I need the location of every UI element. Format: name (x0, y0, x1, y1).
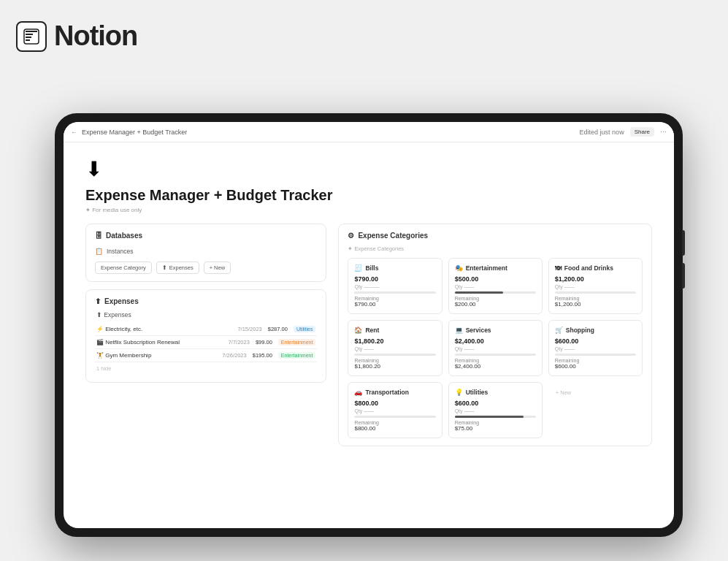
new-db-button[interactable]: + New (204, 262, 231, 274)
entertainment-progress (455, 291, 536, 294)
shopping-remaining-val: $600.00 (555, 363, 636, 370)
expense-row: 🎬 Netflix Subscription Renewal 7/7/2023 … (95, 336, 317, 349)
expenses-subheader: ⬆ Expenses (95, 311, 317, 318)
more-icon[interactable]: ⋯ (660, 129, 667, 136)
categories-grid: 🧾 Bills $790.00 Qty ——— Remaining $790.0… (348, 258, 643, 438)
category-card-food: 🍽 Food and Drinks $1,200.00 Qty —— Remai… (548, 258, 643, 314)
notion-topbar: ← Expense Manager + Budget Tracker Edite… (64, 122, 674, 142)
topbar-right: Edited just now Share ⋯ (580, 127, 667, 137)
topbar-edited: Edited just now (580, 129, 624, 136)
food-progress (555, 291, 636, 294)
utilities-amount: $600.00 (455, 400, 536, 407)
entertainment-amount: $500.00 (455, 275, 536, 283)
category-card-shopping: 🛒 Shopping $600.00 Qty —— Remaining $600… (548, 320, 643, 376)
bills-progress (354, 291, 435, 294)
bills-qty-label: Qty ——— (354, 284, 435, 289)
db-buttons-row: Expense Category ⬆ Expenses + New (95, 262, 317, 274)
page-content: ⬇ Expense Manager + Budget Tracker ✦ For… (64, 142, 674, 528)
bills-amount: $790.00 (354, 275, 435, 283)
bills-remaining-val: $790.00 (354, 301, 435, 308)
add-expense-row[interactable]: 1 hide (95, 362, 317, 375)
shopping-amount: $600.00 (555, 337, 636, 345)
shopping-qty-label: Qty —— (555, 346, 636, 351)
food-icon: 🍽 (555, 264, 562, 272)
expense-amount-1: $287.00 (268, 326, 288, 332)
db-instances-item: 📋 Instances (95, 245, 317, 257)
transportation-name: Transportation (365, 389, 409, 396)
categories-block: ⚙ Expense Categories ✦ Expense Categorie… (338, 224, 652, 446)
expense-name-2: 🎬 Netflix Subscription Renewal (96, 339, 229, 346)
database-icon: 🗄 (95, 232, 102, 240)
entertainment-qty-label: Qty —— (455, 284, 536, 289)
services-progress (455, 354, 536, 356)
entertainment-remaining-val: $200.00 (455, 301, 536, 308)
categories-label: Expense Categories (358, 232, 428, 240)
rent-name: Rent (365, 327, 379, 334)
add-new-label[interactable]: + New (554, 388, 572, 397)
page-icon: ⬇ (85, 157, 652, 181)
bills-name: Bills (365, 264, 378, 272)
bills-icon: 🧾 (354, 264, 362, 272)
food-name: Food and Drinks (564, 264, 613, 272)
back-arrow-icon: ← (71, 129, 77, 136)
entertainment-name: Entertainment (466, 264, 507, 272)
add-new-category[interactable]: + New (548, 382, 643, 438)
expense-amount-3: $195.00 (253, 352, 272, 359)
share-button[interactable]: Share (630, 127, 654, 137)
expense-meta-1: 7/15/2023 $287.00 Utilities (237, 326, 315, 332)
entertainment-icon: 🎭 (455, 264, 463, 272)
transportation-amount: $800.00 (354, 400, 435, 407)
page-title: Expense Manager + Budget Tracker (85, 187, 652, 204)
expense-name-3: 🏋 Gym Membership (96, 352, 222, 359)
category-card-rent: 🏠 Rent $1,800.20 Qty —— Remaining $1,800… (348, 320, 442, 376)
food-amount: $1,200.00 (555, 275, 636, 283)
category-card-utilities: 💡 Utilities $600.00 Qty —— Remaining $75… (448, 382, 543, 438)
expense-tag-2: Entertainment (278, 339, 316, 346)
entertainment-remaining-label: Remaining (455, 296, 536, 301)
expenses-button[interactable]: ⬆ Expenses (156, 262, 199, 274)
utilities-progress (455, 416, 536, 418)
databases-header: 🗄 Databases (95, 232, 317, 240)
expense-date-2: 7/7/2023 (229, 339, 250, 346)
tablet-screen: ← Expense Manager + Budget Tracker Edite… (64, 122, 674, 528)
expense-row: 🏋 Gym Membership 7/26/2023 $195.00 Enter… (95, 349, 317, 362)
expense-tag-3: Entertainment (278, 352, 316, 359)
expense-date-1: 7/15/2023 (237, 326, 261, 332)
expenses-label: Expenses (104, 297, 139, 305)
food-remaining-val: $1,200.00 (555, 301, 636, 308)
utilities-name: Utilities (466, 389, 488, 396)
instances-label: Instances (107, 248, 133, 255)
cat-header-transportation: 🚗 Transportation (354, 389, 435, 396)
cat-header-bills: 🧾 Bills (354, 264, 435, 272)
shopping-remaining-label: Remaining (555, 358, 636, 363)
category-card-services: 💻 Services $2,400.00 Qty —— Remaining $2… (448, 320, 543, 376)
expense-row: ⚡ Electricity, etc. 7/15/2023 $287.00 Ut… (95, 323, 317, 336)
categories-sublabel: ✦ Expense Categories (348, 245, 643, 252)
rent-icon: 🏠 (354, 327, 362, 334)
shopping-progress (555, 354, 636, 356)
cat-header-shopping: 🛒 Shopping (555, 327, 636, 334)
notion-title-text: Notion (54, 20, 137, 52)
rent-remaining-label: Remaining (354, 358, 435, 363)
expenses-block: ⬆ Expenses ⬆ Expenses ⚡ Electricity, etc… (85, 289, 326, 383)
cat-header-entertainment: 🎭 Entertainment (455, 264, 536, 272)
transportation-remaining-label: Remaining (354, 420, 435, 425)
expense-name-1: ⚡ Electricity, etc. (96, 326, 237, 332)
rent-amount: $1,800.20 (354, 337, 435, 345)
categories-icon: ⚙ (348, 232, 354, 240)
services-remaining-label: Remaining (455, 358, 536, 363)
transportation-progress (354, 416, 435, 418)
expenses-icon: ⬆ (95, 297, 101, 305)
food-remaining-label: Remaining (555, 296, 636, 301)
category-card-entertainment: 🎭 Entertainment $500.00 Qty —— Remaining… (448, 258, 543, 314)
services-remaining-val: $2,400.00 (455, 363, 536, 370)
bills-remaining-label: Remaining (354, 296, 435, 301)
rent-remaining-val: $1,800.20 (354, 363, 435, 370)
right-column: ⚙ Expense Categories ✦ Expense Categorie… (338, 224, 652, 454)
left-column: 🗄 Databases 📋 Instances Expense Category… (85, 224, 326, 454)
utilities-qty-label: Qty —— (455, 408, 536, 413)
transportation-icon: 🚗 (354, 389, 362, 396)
expense-category-button[interactable]: Expense Category (95, 262, 152, 274)
shopping-name: Shopping (566, 327, 594, 334)
topbar-breadcrumb: Expense Manager + Budget Tracker (82, 129, 187, 136)
